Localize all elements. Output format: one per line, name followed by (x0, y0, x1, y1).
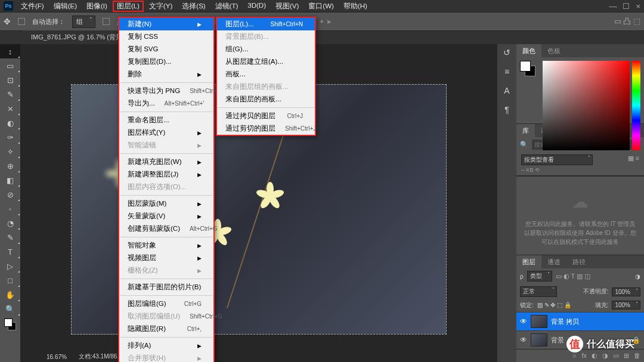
menu-item-3[interactable]: 复制图层(D)... (119, 55, 213, 68)
menu-item-4[interactable]: 画板... (217, 68, 315, 81)
menu-9[interactable]: 窗口(W) (304, 1, 338, 12)
tool-5[interactable]: ◐ (0, 116, 20, 130)
menu-item-0[interactable]: 新建(N)▶ (119, 18, 213, 30)
menu-item-17[interactable]: 图层蒙版(M)▶ (119, 197, 213, 210)
new-fill-icon[interactable]: ◑ (602, 352, 608, 360)
tool-3[interactable]: ✎ (0, 87, 20, 101)
channels-tab[interactable]: 通道 (541, 255, 566, 268)
properties-icon[interactable]: ≡ (504, 67, 509, 76)
tool-13[interactable]: ✎ (0, 230, 20, 245)
color-tab[interactable]: 颜色 (516, 44, 541, 57)
tool-12[interactable]: ◔ (0, 216, 20, 230)
layer-menu-dropdown[interactable]: 新建(N)▶复制 CSS复制 SVG复制图层(D)...删除▶快速导出为 PNG… (118, 17, 215, 362)
tool-17[interactable]: ✋ (0, 287, 20, 302)
tool-1[interactable]: ▭ (0, 58, 20, 73)
history-icon[interactable]: ↺ (503, 48, 510, 57)
tool-15[interactable]: ▷ (0, 259, 20, 273)
layer-new-submenu[interactable]: 图层(L)...Shift+Ctrl+N背景图层(B)...组(G)...从图层… (216, 17, 316, 136)
auto-select-dropdown[interactable]: 组 (72, 16, 95, 28)
opacity-value[interactable]: 100% (612, 287, 640, 296)
menubar[interactable]: 文件(F)编辑(E)图像(I)图层(L)文字(Y)选择(S)滤镜(T)3D(D)… (17, 1, 371, 12)
visibility-icon[interactable]: 👁 (520, 317, 527, 326)
paragraph-icon[interactable]: ¶ (504, 105, 509, 115)
menu-item-14[interactable]: 新建调整图层(J)▶ (119, 168, 213, 181)
tool-9[interactable]: ◧ (0, 173, 20, 187)
menu-item-27[interactable]: 图层编组(G)Ctrl+G (119, 298, 213, 310)
window-close[interactable]: × (636, 2, 640, 11)
lock-icons[interactable]: ▨ ✎ ✥ ⬚ 🔒 (537, 302, 571, 308)
link-layers-icon[interactable]: ⟐ (572, 352, 577, 360)
menu-item-25[interactable]: 新建基于图层的切片(B) (119, 281, 213, 293)
menu-item-18[interactable]: 矢量蒙版(V)▶ (119, 210, 213, 222)
layers-tab[interactable]: 图层 (516, 255, 541, 268)
menu-item-2[interactable]: 组(G)... (217, 43, 315, 55)
tool-14[interactable]: T (0, 245, 20, 259)
tool-11[interactable]: ◦ (0, 202, 20, 216)
libraries-tab[interactable]: 库 (516, 124, 535, 137)
menu-item-21[interactable]: 智能对象▶ (119, 239, 213, 252)
menu-item-6[interactable]: 来自图层的画板... (217, 93, 315, 106)
menu-item-13[interactable]: 新建填充图层(W)▶ (119, 156, 213, 168)
tool-4[interactable]: ⨯ (0, 101, 20, 116)
menu-item-7[interactable]: 导出为...Alt+Shift+Ctrl+' (119, 97, 213, 110)
menu-1[interactable]: 编辑(E) (49, 1, 81, 12)
color-field[interactable] (543, 61, 630, 150)
fill-value[interactable]: 100% (612, 301, 640, 310)
menu-item-22[interactable]: 视频图层▶ (119, 252, 213, 264)
menu-item-4[interactable]: 删除▶ (119, 68, 213, 81)
menu-6[interactable]: 滤镜(T) (211, 1, 243, 12)
menu-item-9[interactable]: 重命名图层... (119, 114, 213, 126)
foreground-color[interactable] (520, 61, 531, 72)
new-layer-icon[interactable]: ⊞ (624, 352, 629, 360)
menu-7[interactable]: 3D(D) (243, 1, 270, 12)
tool-18[interactable]: 🔍 (0, 302, 20, 316)
hue-slider[interactable] (632, 61, 640, 150)
show-transform-checkbox[interactable] (103, 18, 110, 25)
swatches-tab[interactable]: 色板 (541, 44, 566, 57)
menu-item-3[interactable]: 从图层建立组(A)... (217, 55, 315, 68)
tool-8[interactable]: ⊕ (0, 159, 20, 173)
menu-10[interactable]: 帮助(H) (339, 1, 371, 12)
menu-2[interactable]: 图像(I) (82, 1, 112, 12)
visibility-icon[interactable]: 👁 (520, 336, 527, 344)
menu-item-29[interactable]: 隐藏图层(R)Ctrl+, (119, 323, 213, 335)
menu-item-0[interactable]: 图层(L)...Shift+Ctrl+N (217, 18, 315, 30)
window-maximize[interactable]: ☐ (623, 2, 630, 11)
layer-mask-icon[interactable]: ◐ (592, 352, 597, 360)
layer-fx-icon[interactable]: fx (581, 352, 587, 360)
filter-kind-dropdown[interactable]: 类型 (527, 271, 552, 281)
menu-item-6[interactable]: 快速导出为 PNGShift+Ctrl+' (119, 85, 213, 97)
tool-6[interactable]: ✑ (0, 130, 20, 144)
color-swatch-tool[interactable] (0, 316, 20, 333)
tool-2[interactable]: ⊡ (0, 73, 20, 87)
tool-7[interactable]: ⟡ (0, 144, 20, 159)
library-view-dropdown[interactable]: 按类型查看 (521, 154, 593, 165)
menu-item-1[interactable]: 复制 CSS (119, 30, 213, 43)
auto-select-checkbox[interactable] (18, 18, 25, 25)
zoom-level[interactable]: 16.67% (47, 354, 67, 360)
menu-8[interactable]: 视图(V) (271, 1, 303, 12)
menu-5[interactable]: 选择(S) (178, 1, 209, 12)
color-panel[interactable] (516, 57, 644, 123)
menu-4[interactable]: 文字(Y) (145, 1, 177, 12)
tool-0[interactable]: ↕ (0, 44, 20, 58)
menu-item-19[interactable]: 创建剪贴蒙版(C)Alt+Ctrl+G (119, 222, 213, 235)
window-minimize[interactable]: — (609, 2, 617, 11)
lock-label: 锁定: (520, 301, 534, 310)
menu-item-9[interactable]: 通过剪切的图层Shift+Ctrl+J (217, 122, 315, 135)
menu-item-31[interactable]: 排列(A)▶ (119, 339, 213, 352)
layer-row[interactable]: 👁背景 拷贝 (516, 312, 644, 330)
character-icon[interactable]: A (504, 86, 509, 95)
collapsed-panels[interactable]: ↺ ≡ A ¶ (497, 44, 516, 362)
paths-tab[interactable]: 路径 (566, 255, 592, 268)
menu-0[interactable]: 文件(F) (17, 1, 48, 12)
menu-item-8[interactable]: 通过拷贝的图层Ctrl+J (217, 110, 315, 122)
menu-item-2[interactable]: 复制 SVG (119, 43, 213, 55)
tool-16[interactable]: □ (0, 273, 20, 287)
menu-item-10[interactable]: 图层样式(Y)▶ (119, 126, 213, 139)
delete-layer-icon[interactable]: 🗑 (634, 352, 640, 360)
blend-mode-dropdown[interactable]: 正常 (520, 286, 557, 297)
menu-3[interactable]: 图层(L) (113, 1, 144, 12)
tool-10[interactable]: ⊘ (0, 187, 20, 202)
new-group-icon[interactable]: ▭ (613, 352, 619, 360)
